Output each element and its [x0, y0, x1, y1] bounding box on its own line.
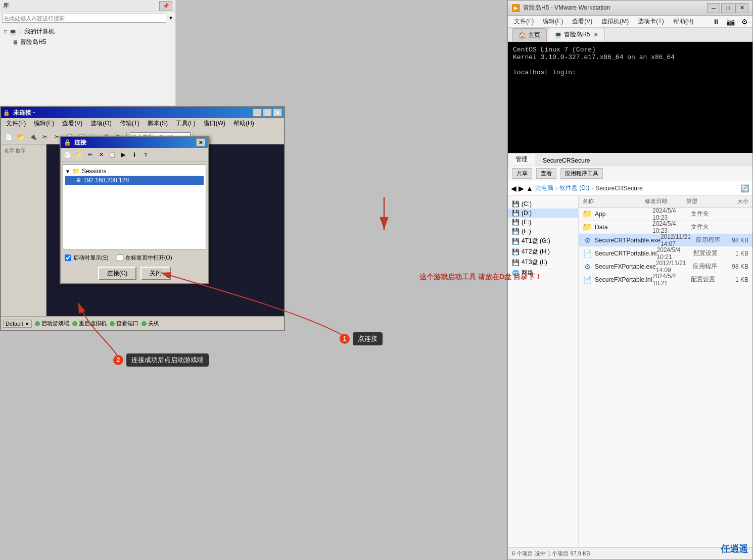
menu-help[interactable]: 帮助(H) — [669, 16, 698, 27]
sc-open-btn[interactable]: 📂 — [15, 131, 26, 142]
table-row[interactable]: 📄 SecureCRTPortable.ini 2024/5/4 10:21 配… — [579, 247, 752, 260]
tab-vm[interactable]: 💻 冒险岛H5 ✕ — [548, 28, 604, 41]
list-item[interactable]: 💾4T1盘 (G:) — [508, 236, 578, 246]
nav-forward-icon[interactable]: ▶ — [519, 184, 524, 192]
dialog-tb-edit[interactable]: ✏ — [85, 150, 95, 160]
sc-maximize-btn[interactable]: □ — [263, 109, 272, 117]
col-header-type[interactable]: 类型 — [686, 197, 728, 205]
checkbox-tab[interactable]: 在标签页中打开(O) — [117, 254, 172, 262]
securecrt-menubar: 文件(F) 编辑(E) 查看(V) 选项(O) 传输(T) 脚本(S) 工具(L… — [1, 118, 284, 129]
sc-minimize-btn[interactable]: _ — [253, 109, 262, 117]
menu-vm[interactable]: 虚拟机(M) — [597, 16, 633, 27]
list-item[interactable]: 💾(C:) — [508, 199, 578, 209]
refresh-button[interactable]: 🔄 — [739, 183, 749, 193]
sc-close-btn[interactable]: ✕ — [273, 109, 282, 117]
close-button[interactable]: ✕ — [735, 3, 748, 13]
file-row-icon: 📁 — [583, 223, 592, 232]
annotation-step1: 1 点连接 — [340, 332, 383, 345]
breadcrumb-pc[interactable]: 此电脑 — [535, 184, 553, 192]
pause-button[interactable]: ⏸ — [710, 16, 722, 28]
sc-disconnect-btn[interactable]: ✂ — [39, 131, 51, 142]
vm-settings-button[interactable]: ⚙ — [738, 16, 750, 28]
menu-tab[interactable]: 选项卡(T) — [634, 16, 668, 27]
green-dot-4 — [142, 321, 147, 326]
sc-menu-edit[interactable]: 编辑(E) — [31, 118, 57, 129]
maximize-button[interactable]: □ — [721, 3, 734, 13]
vmware-titlebar: ▶ 冒险岛H5 - VMware Workstation ─ □ ✕ — [508, 1, 752, 16]
ribbon-btn-share[interactable]: 共享 — [512, 168, 532, 179]
col-header-size[interactable]: 大小 — [728, 197, 748, 205]
table-row[interactable]: 📄 SecureFXPortable.ini 2024/5/4 10:21 配置… — [579, 273, 752, 286]
restart-vm-btn[interactable]: 重启虚拟机 — [72, 320, 107, 327]
drive-icon: 💾 — [512, 219, 520, 226]
nav-back-icon[interactable]: ◀ — [511, 184, 516, 192]
menu-edit[interactable]: 编辑(E) — [539, 16, 567, 27]
sc-menu-tools[interactable]: 工具(L) — [173, 118, 199, 129]
view-port-btn[interactable]: 查看端口 — [110, 320, 138, 327]
path-separator-1: › — [555, 185, 557, 192]
table-row[interactable]: ⚙ SecureCRTPortable.exe 2012/11/21 14:07… — [579, 234, 752, 247]
start-game-btn[interactable]: 启动游戏端 — [35, 320, 69, 327]
close-button[interactable]: 关闭 — [140, 267, 171, 280]
sc-menu-help[interactable]: 帮助(H) — [230, 118, 257, 129]
checkbox-startup[interactable]: 启动时显示(S) — [65, 254, 109, 262]
dialog-tb-help[interactable]: ? — [140, 150, 151, 160]
sc-menu-transfer[interactable]: 传输(T) — [117, 118, 143, 129]
library-pin-button[interactable]: 📌 — [159, 1, 172, 11]
statusbar-text: 6 个项目 选中 1 个项目 97.9 KB — [512, 550, 590, 557]
breadcrumb-folder[interactable]: SecureCRSecure — [595, 185, 642, 192]
dialog-tb-new[interactable]: 📄 — [63, 150, 73, 160]
sc-connect-btn[interactable]: 🔌 — [27, 131, 38, 142]
list-item[interactable]: 💾4T2盘 (H:) — [508, 246, 578, 257]
nav-up-icon[interactable]: ▲ — [526, 184, 533, 192]
tab-checkbox[interactable] — [117, 254, 123, 261]
list-item[interactable]: 💾4T3盘 (I:) — [508, 257, 578, 268]
menu-view[interactable]: 查看(V) — [568, 16, 596, 27]
list-item[interactable]: 💾(E:) — [508, 218, 578, 227]
connect-button[interactable]: 连接(C) — [98, 267, 137, 280]
dialog-tb-properties[interactable]: ℹ — [129, 150, 139, 160]
sc-menu-window[interactable]: 窗口(W) — [201, 118, 228, 129]
startup-checkbox[interactable] — [65, 254, 71, 261]
shutdown-btn[interactable]: 关机 — [142, 320, 159, 327]
dialog-tb-copy[interactable]: 📋 — [107, 150, 117, 160]
sessions-label[interactable]: Sessions — [82, 168, 107, 175]
table-row[interactable]: ⚙ SecureFXPortable.exe 2012/11/21 14:09 … — [579, 260, 752, 273]
ribbon-tab-manage[interactable]: 管理 — [508, 153, 535, 166]
sc-new-btn[interactable]: 📄 — [3, 131, 14, 142]
terminal-line1: CentOS Linux 7 (Core) — [513, 46, 747, 54]
breadcrumb-drive[interactable]: 软件盘 (D:) — [559, 184, 589, 192]
dialog-tb-folder[interactable]: 📁 — [74, 150, 84, 160]
sc-menu-file[interactable]: 文件(F) — [3, 118, 29, 129]
lib-item-vm[interactable]: 🖥 冒险岛H5 — [2, 37, 173, 47]
drive-label: (C:) — [522, 200, 532, 208]
minimize-button[interactable]: ─ — [707, 3, 720, 13]
tree-ip-item[interactable]: 🖥 192.168.200.128 — [65, 176, 204, 185]
sc-menu-options[interactable]: 选项(O) — [87, 118, 114, 129]
col-header-date[interactable]: 修改日期 — [645, 197, 686, 205]
search-dropdown-icon[interactable]: ▼ — [168, 15, 173, 21]
library-tree: □ 💻 □ 我的计算机 🖥 冒险岛H5 — [0, 24, 175, 49]
dialog-tb-move[interactable]: ▶ — [118, 150, 128, 160]
sc-menu-script[interactable]: 脚本(S) — [145, 118, 171, 129]
list-item[interactable]: 💾(D:) — [508, 209, 578, 218]
tab-home[interactable]: 🏠 主页 — [512, 28, 547, 41]
table-row[interactable]: 📁 Data 2024/5/4 10:23 文件夹 — [579, 221, 752, 234]
list-item[interactable]: 💾(F:) — [508, 227, 578, 236]
ribbon-btn-view[interactable]: 查看 — [536, 168, 556, 179]
tab-close-icon[interactable]: ✕ — [594, 32, 598, 37]
sc-menu-view[interactable]: 查看(V) — [59, 118, 85, 129]
lib-root-label[interactable]: □ 我的计算机 — [19, 27, 55, 36]
default-dropdown[interactable]: Default ▼ — [3, 320, 32, 328]
dialog-tb-delete[interactable]: ✕ — [96, 150, 106, 160]
col-header-name[interactable]: 名称 — [583, 197, 645, 205]
ribbon-tab-secure[interactable]: SecureCRSecure — [535, 155, 597, 166]
dialog-buttons: 连接(C) 关闭 — [61, 264, 208, 283]
dialog-close-icon[interactable]: ✕ — [196, 138, 205, 146]
library-search-input[interactable] — [2, 14, 166, 23]
table-row[interactable]: 📁 App 2024/5/4 10:23 文件夹 — [579, 208, 752, 221]
menu-file[interactable]: 文件(F) — [510, 16, 538, 27]
screenshot-button[interactable]: 📷 — [724, 16, 736, 28]
ribbon-btn-tools[interactable]: 应用程序工具 — [560, 168, 603, 179]
drive-label: (E:) — [522, 219, 531, 226]
